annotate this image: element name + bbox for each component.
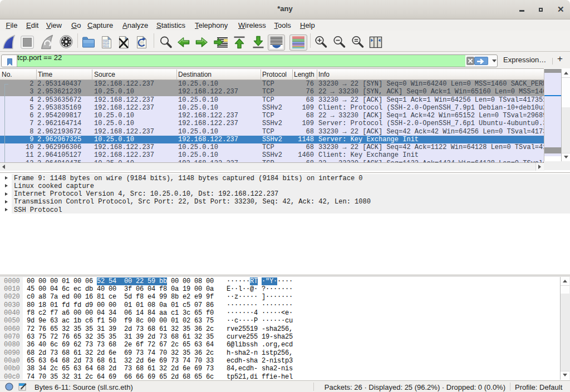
svg-text:0111: 0111	[103, 45, 109, 48]
